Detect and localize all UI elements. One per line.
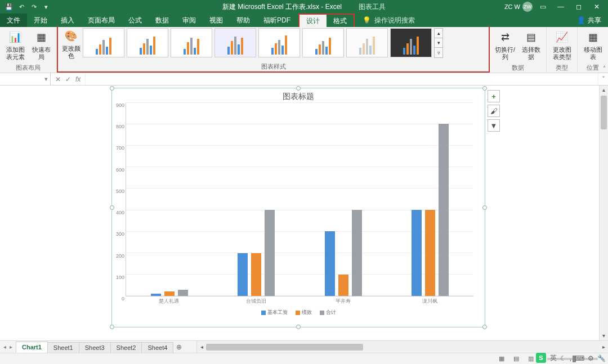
tab-formulas[interactable]: 公式 — [122, 14, 149, 27]
chart-bar[interactable] — [265, 210, 275, 296]
chart-bar[interactable] — [338, 275, 348, 296]
resize-handle[interactable] — [296, 86, 301, 91]
scroll-up-icon[interactable]: ▴ — [600, 86, 608, 95]
switch-row-column-button[interactable]: ⇄ 切换行/列 — [493, 29, 517, 60]
maximize-button[interactable]: ◻ — [571, 1, 587, 12]
redo-icon[interactable]: ↷ — [28, 1, 39, 12]
new-sheet-button[interactable]: ⊕ — [173, 341, 185, 353]
name-box[interactable]: ▾ — [0, 73, 51, 85]
page-layout-view-icon[interactable]: ▤ — [511, 354, 522, 363]
wrench-icon[interactable]: 🔧 — [597, 354, 606, 362]
page-break-view-icon[interactable]: ▥ — [525, 354, 537, 363]
gear-icon[interactable]: ⚙ — [588, 354, 594, 362]
scrollbar-thumb[interactable] — [601, 96, 607, 129]
ribbon-display-options-icon[interactable]: ▭ — [535, 1, 551, 12]
legend-item[interactable]: 基本工资 — [261, 309, 288, 316]
normal-view-icon[interactable]: ▦ — [496, 354, 507, 363]
chart-category-group[interactable] — [412, 124, 449, 296]
tab-nav-prev-icon[interactable]: ◂ — [3, 344, 6, 350]
chart-bar[interactable] — [325, 231, 335, 296]
comma-icon[interactable]: , — [570, 354, 571, 362]
scroll-right-icon[interactable]: ▸ — [599, 344, 608, 350]
change-chart-type-button[interactable]: 📈 更改图表类型 — [550, 29, 574, 60]
tab-home[interactable]: 开始 — [27, 14, 54, 27]
cancel-formula-icon[interactable]: ✕ — [55, 75, 61, 83]
move-chart-button[interactable]: ▦ 移动图表 — [581, 29, 605, 60]
select-data-button[interactable]: ▤ 选择数据 — [519, 29, 543, 60]
tell-me-search[interactable]: 💡 操作说明搜索 — [363, 14, 415, 27]
chart-style-7[interactable] — [346, 28, 388, 57]
minimize-button[interactable]: — — [553, 1, 569, 12]
ime-badge[interactable]: S — [536, 353, 546, 363]
resize-handle[interactable] — [482, 86, 487, 91]
moon-icon[interactable]: ☾ — [560, 354, 566, 362]
resize-handle[interactable] — [110, 325, 114, 329]
chart-category-group[interactable] — [151, 290, 188, 296]
gallery-more-icon[interactable]: ▿ — [435, 48, 442, 57]
chart-bar[interactable] — [151, 294, 161, 296]
tab-chart-design[interactable]: 设计 — [299, 15, 327, 27]
tab-insert[interactable]: 插入 — [54, 14, 81, 27]
chart-style-5[interactable] — [258, 28, 300, 57]
insert-function-icon[interactable]: fx — [75, 75, 81, 83]
change-colors-button[interactable]: 🎨 更改颜色 — [61, 28, 81, 59]
sheet-tab[interactable]: Sheet1 — [47, 342, 79, 353]
enter-formula-icon[interactable]: ✓ — [65, 75, 71, 83]
name-box-dropdown-icon[interactable]: ▾ — [44, 75, 48, 83]
chart-style-1[interactable] — [83, 28, 124, 57]
chart-bar[interactable] — [238, 253, 248, 296]
share-button[interactable]: 👤 共享 — [570, 14, 608, 27]
tab-foxit-pdf[interactable]: 福昕PDF — [257, 14, 297, 27]
chart-elements-button[interactable]: + — [488, 90, 500, 102]
keyboard-icon[interactable]: ⌨ — [575, 354, 584, 362]
horizontal-scrollbar[interactable]: ◂ ▸ — [196, 341, 608, 353]
tab-data[interactable]: 数据 — [149, 14, 176, 27]
scroll-left-icon[interactable]: ◂ — [197, 344, 206, 350]
resize-handle[interactable] — [110, 86, 114, 91]
sheet-tab[interactable]: Sheet2 — [110, 342, 142, 353]
chart-plot-area[interactable]: 0100200300400500600700800900 楚人礼遇台城负旧平井寿… — [126, 103, 473, 307]
gallery-scroll-down[interactable]: ▾ — [435, 38, 442, 48]
chart-style-6[interactable] — [302, 28, 344, 57]
quick-layout-button[interactable]: ▦ 快速布局 — [29, 29, 53, 60]
scroll-down-icon[interactable]: ▾ — [600, 331, 608, 340]
legend-item[interactable]: 合计 — [320, 309, 336, 316]
tab-chart-format[interactable]: 格式 — [327, 15, 354, 27]
chart-bar[interactable] — [251, 253, 261, 296]
chart-bar[interactable] — [178, 290, 188, 296]
tab-review[interactable]: 审阅 — [176, 14, 203, 27]
user-avatar[interactable]: ZW — [522, 2, 533, 12]
chart-bar[interactable] — [352, 210, 362, 296]
tab-view[interactable]: 视图 — [203, 14, 230, 27]
sheet-tab[interactable]: Chart1 — [16, 341, 48, 353]
chart-bar[interactable] — [164, 291, 175, 296]
resize-handle[interactable] — [482, 205, 487, 210]
chart-filters-button[interactable]: ▼ — [488, 119, 500, 132]
chart-category-group[interactable] — [238, 210, 275, 296]
gallery-scroll-up[interactable]: ▴ — [435, 29, 442, 38]
resize-handle[interactable] — [296, 325, 301, 329]
close-button[interactable]: ✕ — [589, 1, 605, 12]
worksheet-area[interactable]: 图表标题 0100200300400500600700800900 楚人礼遇台城… — [0, 86, 608, 340]
tab-page-layout[interactable]: 页面布局 — [81, 14, 122, 27]
vertical-scrollbar[interactable]: ▴ ▾ — [599, 86, 608, 340]
chart-style-2[interactable] — [127, 28, 168, 57]
add-chart-element-button[interactable]: 📊 添加图表元素 — [3, 29, 27, 60]
ime-lang[interactable]: 英 — [550, 353, 557, 363]
qat-dropdown-icon[interactable]: ▾ — [41, 1, 52, 12]
resize-handle[interactable] — [482, 325, 487, 329]
chart-style-3[interactable] — [171, 28, 212, 57]
tab-nav-next-icon[interactable]: ▸ — [10, 344, 12, 350]
sheet-tab[interactable]: Sheet4 — [141, 342, 173, 353]
chart-legend[interactable]: 基本工资绩效合计 — [112, 307, 485, 316]
chart-bar[interactable] — [439, 124, 449, 296]
user-name[interactable]: ZC W — [504, 3, 520, 10]
tab-file[interactable]: 文件 — [0, 14, 27, 27]
save-icon[interactable]: 💾 — [3, 1, 15, 12]
chart-styles-button[interactable]: 🖌 — [488, 105, 500, 117]
chart-category-group[interactable] — [325, 210, 362, 296]
chart-bar[interactable] — [425, 210, 435, 296]
formula-input[interactable] — [86, 73, 598, 85]
tab-help[interactable]: 帮助 — [230, 14, 257, 27]
chart-object[interactable]: 图表标题 0100200300400500600700800900 楚人礼遇台城… — [111, 88, 485, 327]
